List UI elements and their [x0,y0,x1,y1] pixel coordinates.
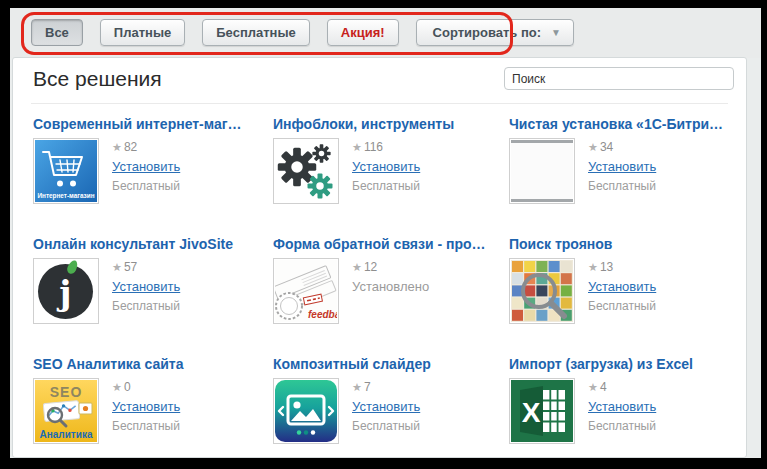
rating: ★116 [352,140,420,154]
app-window: Все Платные Бесплатные Акция! Сортироват… [10,8,761,458]
solution-card: Современный интернет-маг… Интернет-магаз… [33,116,271,236]
star-icon: ★ [112,261,122,273]
icon-caption: feedback [308,309,337,320]
rating-count: 0 [124,380,131,394]
solution-title[interactable]: Онлайн консультант JivoSite [33,236,271,252]
rating: ★34 [588,140,656,154]
price-label: Бесплатный [112,419,180,433]
rating: ★13 [588,260,656,274]
mosaic-magnifier-icon [509,258,575,324]
rating: ★57 [112,260,180,274]
price-label: Бесплатный [112,299,180,313]
seo-analytics-icon: SEO Аналитика [33,378,99,444]
solution-title[interactable]: Поиск троянов [509,236,738,252]
shopping-cart-icon: Интернет-магазин [33,138,99,204]
install-link[interactable]: Установить [352,159,420,174]
price-label: Бесплатный [112,179,180,193]
star-icon: ★ [588,261,598,273]
solution-title[interactable]: Импорт (загрузка) из Excel [509,356,738,372]
install-link[interactable]: Установить [588,399,656,414]
screenshot-frame: Все Платные Бесплатные Акция! Сортироват… [0,0,767,469]
filter-button-free[interactable]: Бесплатные [202,19,310,46]
price-label: Бесплатный [352,179,420,193]
solution-card: Поиск троянов [509,236,738,356]
filter-button-paid[interactable]: Платные [100,19,185,46]
rating-count: 34 [600,140,613,154]
install-link[interactable]: Установить [352,399,420,414]
icon-caption: Интернет-магазин [37,192,94,200]
price-label: Бесплатный [352,419,420,433]
rating-count: 57 [124,260,137,274]
feedback-form-icon: feedback [273,258,339,324]
star-icon: ★ [112,141,122,153]
install-link[interactable]: Установить [112,399,180,414]
blank-page-icon [509,138,575,204]
price-label: Бесплатный [588,419,656,433]
page-title: Все решения [33,67,162,91]
jivosite-icon: j [33,258,99,324]
image-slider-icon [273,378,339,444]
solution-card: SEO Аналитика сайта SEO [33,356,271,457]
solution-card: Онлайн консультант JivoSite j ★57 Устано… [33,236,271,356]
icon-caption: SEO [50,384,83,400]
rating-count: 82 [124,140,137,154]
install-link[interactable]: Установить [588,279,656,294]
rating-count: 116 [364,140,383,154]
solution-card: Импорт (загрузка) из Excel X ★4 Ус [509,356,738,457]
install-link[interactable]: Установить [112,279,180,294]
rating-count: 7 [364,380,371,394]
filter-button-promo[interactable]: Акция! [327,19,399,46]
price-label: Бесплатный [588,299,656,313]
gears-icon [273,138,339,204]
solution-title[interactable]: Композитный слайдер [273,356,511,372]
solution-card: Композитный слайдер [273,356,511,457]
install-link[interactable]: Установить [588,159,656,174]
excel-icon: X [509,378,575,444]
solution-card: Чистая установка «1С-Битри… ★34 Установи… [509,116,738,236]
chevron-down-icon: ▼ [551,28,561,38]
price-label: Бесплатный [588,179,656,193]
installed-status: Установлено [352,279,429,294]
solution-card: Инфоблоки, инструменты ★116 Установить [273,116,511,236]
star-icon: ★ [112,381,122,393]
solutions-grid: Современный интернет-маг… Интернет-магаз… [33,116,738,457]
install-link[interactable]: Установить [112,159,180,174]
rating: ★4 [588,380,656,394]
solution-title[interactable]: SEO Аналитика сайта [33,356,271,372]
star-icon: ★ [588,381,598,393]
star-icon: ★ [588,141,598,153]
filter-toolbar: Все Платные Бесплатные Акция! Сортироват… [10,8,761,58]
rating: ★12 [352,260,429,274]
icon-subcaption: Аналитика [40,429,93,440]
sort-label: Сортировать по: [433,25,541,40]
jivo-letter: j [38,264,93,319]
rating-count: 12 [364,260,377,274]
header-divider [31,103,728,104]
solution-title[interactable]: Инфоблоки, инструменты [273,116,511,132]
rating-count: 13 [600,260,613,274]
solution-title[interactable]: Современный интернет-маг… [33,116,271,132]
filter-button-all[interactable]: Все [31,19,83,46]
rating: ★7 [352,380,420,394]
star-icon: ★ [352,381,362,393]
rating: ★0 [112,380,180,394]
solution-title[interactable]: Форма обратной связи - про… [273,236,511,252]
solutions-panel: Все решения Современный интернет-маг… [12,57,747,458]
sort-dropdown[interactable]: Сортировать по: ▼ [416,19,574,46]
solution-card: Форма обратной связи - про… [273,236,511,356]
star-icon: ★ [352,261,362,273]
solution-title[interactable]: Чистая установка «1С-Битри… [509,116,738,132]
search-input[interactable] [504,67,734,90]
excel-x-letter: X [522,397,541,428]
rating: ★82 [112,140,180,154]
star-icon: ★ [352,141,362,153]
rating-count: 4 [600,380,607,394]
